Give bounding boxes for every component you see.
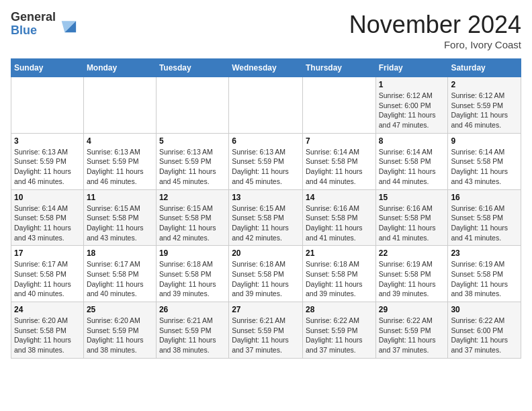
calendar-cell: 23Sunrise: 6:19 AM Sunset: 5:58 PM Dayli… xyxy=(448,246,521,302)
day-info: Sunrise: 6:22 AM Sunset: 6:00 PM Dayligh… xyxy=(451,316,518,355)
calendar-cell: 3Sunrise: 6:13 AM Sunset: 5:59 PM Daylig… xyxy=(11,133,84,189)
calendar-cell xyxy=(302,77,375,134)
day-info: Sunrise: 6:20 AM Sunset: 5:58 PM Dayligh… xyxy=(14,316,81,355)
day-info: Sunrise: 6:13 AM Sunset: 5:59 PM Dayligh… xyxy=(87,147,153,187)
day-number: 28 xyxy=(306,305,373,314)
day-info: Sunrise: 6:16 AM Sunset: 5:58 PM Dayligh… xyxy=(451,203,518,243)
day-number: 26 xyxy=(159,305,226,314)
calendar-cell: 10Sunrise: 6:14 AM Sunset: 5:58 PM Dayli… xyxy=(11,189,84,246)
calendar-table: SundayMondayTuesdayWednesdayThursdayFrid… xyxy=(11,58,521,359)
day-info: Sunrise: 6:15 AM Sunset: 5:58 PM Dayligh… xyxy=(232,203,300,243)
calendar-cell: 20Sunrise: 6:18 AM Sunset: 5:58 PM Dayli… xyxy=(229,246,303,302)
logo-text: General Blue xyxy=(11,11,56,38)
day-number: 29 xyxy=(379,305,445,314)
day-info: Sunrise: 6:18 AM Sunset: 5:58 PM Dayligh… xyxy=(232,259,300,299)
calendar-cell: 16Sunrise: 6:16 AM Sunset: 5:58 PM Dayli… xyxy=(448,189,521,246)
weekday-header: Sunday xyxy=(11,59,84,77)
calendar-cell: 25Sunrise: 6:20 AM Sunset: 5:59 PM Dayli… xyxy=(83,302,156,359)
day-number: 12 xyxy=(159,193,226,202)
calendar-cell: 28Sunrise: 6:22 AM Sunset: 5:59 PM Dayli… xyxy=(302,302,375,359)
calendar-cell: 29Sunrise: 6:22 AM Sunset: 5:59 PM Dayli… xyxy=(375,302,448,359)
day-info: Sunrise: 6:12 AM Sunset: 6:00 PM Dayligh… xyxy=(379,91,445,130)
day-number: 11 xyxy=(87,193,153,202)
day-number: 30 xyxy=(451,305,518,314)
calendar-cell: 24Sunrise: 6:20 AM Sunset: 5:58 PM Dayli… xyxy=(11,302,84,359)
calendar-cell: 27Sunrise: 6:21 AM Sunset: 5:59 PM Dayli… xyxy=(229,302,303,359)
logo-icon xyxy=(58,15,77,34)
day-info: Sunrise: 6:21 AM Sunset: 5:59 PM Dayligh… xyxy=(232,316,300,355)
day-number: 24 xyxy=(14,305,81,314)
calendar-cell: 13Sunrise: 6:15 AM Sunset: 5:58 PM Dayli… xyxy=(229,189,303,246)
day-number: 9 xyxy=(451,136,518,146)
calendar-cell: 8Sunrise: 6:14 AM Sunset: 5:58 PM Daylig… xyxy=(375,133,448,189)
calendar-cell xyxy=(156,77,228,134)
day-info: Sunrise: 6:21 AM Sunset: 5:59 PM Dayligh… xyxy=(159,316,226,355)
calendar-cell: 15Sunrise: 6:16 AM Sunset: 5:58 PM Dayli… xyxy=(375,189,448,246)
day-info: Sunrise: 6:20 AM Sunset: 5:59 PM Dayligh… xyxy=(87,316,153,355)
page-header: General Blue November 2024 Foro, Ivory C… xyxy=(11,11,521,50)
logo-general: General xyxy=(11,11,56,24)
calendar-cell: 17Sunrise: 6:17 AM Sunset: 5:58 PM Dayli… xyxy=(11,246,84,302)
day-number: 25 xyxy=(87,305,153,314)
day-info: Sunrise: 6:12 AM Sunset: 5:59 PM Dayligh… xyxy=(451,91,518,130)
weekday-header-row: SundayMondayTuesdayWednesdayThursdayFrid… xyxy=(11,59,521,77)
calendar-cell: 21Sunrise: 6:18 AM Sunset: 5:58 PM Dayli… xyxy=(302,246,375,302)
calendar-cell: 7Sunrise: 6:14 AM Sunset: 5:58 PM Daylig… xyxy=(302,133,375,189)
calendar-week-row: 10Sunrise: 6:14 AM Sunset: 5:58 PM Dayli… xyxy=(11,189,521,246)
day-number: 8 xyxy=(379,136,445,146)
calendar-cell: 26Sunrise: 6:21 AM Sunset: 5:59 PM Dayli… xyxy=(156,302,228,359)
day-info: Sunrise: 6:17 AM Sunset: 5:58 PM Dayligh… xyxy=(87,259,153,299)
calendar-week-row: 17Sunrise: 6:17 AM Sunset: 5:58 PM Dayli… xyxy=(11,246,521,302)
calendar-cell: 5Sunrise: 6:13 AM Sunset: 5:59 PM Daylig… xyxy=(156,133,228,189)
calendar-week-row: 1Sunrise: 6:12 AM Sunset: 6:00 PM Daylig… xyxy=(11,77,521,134)
calendar-cell: 4Sunrise: 6:13 AM Sunset: 5:59 PM Daylig… xyxy=(83,133,156,189)
day-number: 7 xyxy=(306,136,373,146)
day-number: 22 xyxy=(379,248,445,258)
day-number: 18 xyxy=(87,248,153,258)
day-number: 16 xyxy=(451,193,518,202)
day-number: 15 xyxy=(379,193,445,202)
logo: General Blue xyxy=(11,11,77,38)
weekday-header: Friday xyxy=(375,59,448,77)
day-info: Sunrise: 6:19 AM Sunset: 5:58 PM Dayligh… xyxy=(451,259,518,299)
calendar-cell: 14Sunrise: 6:16 AM Sunset: 5:58 PM Dayli… xyxy=(302,189,375,246)
day-info: Sunrise: 6:14 AM Sunset: 5:58 PM Dayligh… xyxy=(14,203,81,243)
calendar-cell: 18Sunrise: 6:17 AM Sunset: 5:58 PM Dayli… xyxy=(83,246,156,302)
calendar-cell xyxy=(11,77,84,134)
day-number: 10 xyxy=(14,193,81,202)
day-info: Sunrise: 6:16 AM Sunset: 5:58 PM Dayligh… xyxy=(379,203,445,243)
calendar-cell: 30Sunrise: 6:22 AM Sunset: 6:00 PM Dayli… xyxy=(448,302,521,359)
calendar-cell: 2Sunrise: 6:12 AM Sunset: 5:59 PM Daylig… xyxy=(448,77,521,134)
day-number: 14 xyxy=(306,193,373,202)
day-info: Sunrise: 6:14 AM Sunset: 5:58 PM Dayligh… xyxy=(306,147,373,187)
day-info: Sunrise: 6:16 AM Sunset: 5:58 PM Dayligh… xyxy=(306,203,373,243)
day-info: Sunrise: 6:15 AM Sunset: 5:58 PM Dayligh… xyxy=(87,203,153,243)
weekday-header: Thursday xyxy=(302,59,375,77)
calendar-cell: 6Sunrise: 6:13 AM Sunset: 5:59 PM Daylig… xyxy=(229,133,303,189)
month-title: November 2024 xyxy=(349,11,521,39)
calendar-cell: 19Sunrise: 6:18 AM Sunset: 5:58 PM Dayli… xyxy=(156,246,228,302)
day-info: Sunrise: 6:13 AM Sunset: 5:59 PM Dayligh… xyxy=(159,147,226,187)
day-info: Sunrise: 6:14 AM Sunset: 5:58 PM Dayligh… xyxy=(451,147,518,187)
calendar-cell: 12Sunrise: 6:15 AM Sunset: 5:58 PM Dayli… xyxy=(156,189,228,246)
day-number: 21 xyxy=(306,248,373,258)
day-number: 23 xyxy=(451,248,518,258)
weekday-header: Saturday xyxy=(448,59,521,77)
day-number: 3 xyxy=(14,136,81,146)
day-info: Sunrise: 6:19 AM Sunset: 5:58 PM Dayligh… xyxy=(379,259,445,299)
calendar-cell: 1Sunrise: 6:12 AM Sunset: 6:00 PM Daylig… xyxy=(375,77,448,134)
weekday-header: Monday xyxy=(83,59,156,77)
day-number: 4 xyxy=(87,136,153,146)
calendar-cell xyxy=(229,77,303,134)
day-info: Sunrise: 6:13 AM Sunset: 5:59 PM Dayligh… xyxy=(232,147,300,187)
day-number: 13 xyxy=(232,193,300,202)
day-info: Sunrise: 6:14 AM Sunset: 5:58 PM Dayligh… xyxy=(379,147,445,187)
calendar-cell: 22Sunrise: 6:19 AM Sunset: 5:58 PM Dayli… xyxy=(375,246,448,302)
day-info: Sunrise: 6:18 AM Sunset: 5:58 PM Dayligh… xyxy=(159,259,226,299)
day-info: Sunrise: 6:17 AM Sunset: 5:58 PM Dayligh… xyxy=(14,259,81,299)
calendar-week-row: 3Sunrise: 6:13 AM Sunset: 5:59 PM Daylig… xyxy=(11,133,521,189)
weekday-header: Wednesday xyxy=(229,59,303,77)
day-number: 6 xyxy=(232,136,300,146)
location: Foro, Ivory Coast xyxy=(349,39,521,50)
day-number: 1 xyxy=(379,80,445,89)
